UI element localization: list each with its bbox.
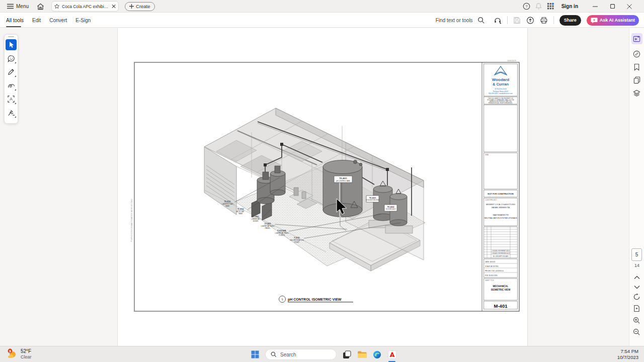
weather-icon: 9 (6, 348, 18, 360)
svg-text:TK-4202: TK-4202 (387, 206, 394, 208)
svg-text:RECIRCULATION: RECIRCULATION (290, 239, 304, 241)
task-view-button[interactable] (342, 350, 352, 359)
menu-label: Menu (16, 4, 29, 9)
clock-date: 10/7/2023 (617, 354, 638, 360)
taskbar-search-label: Search (280, 352, 296, 357)
svg-text:TK-4101: TK-4101 (224, 201, 230, 203)
taskbar-search[interactable]: Search (265, 349, 337, 360)
svg-text:TANK: TANK (225, 205, 230, 207)
fit-page-button[interactable] (631, 303, 642, 314)
home-icon (37, 3, 44, 10)
minimize-button[interactable] (587, 0, 604, 13)
file-explorer-button[interactable] (357, 350, 367, 359)
svg-text:MECHANICAL: MECHANICAL (493, 285, 509, 288)
svg-text:CAUSTIC DAY: CAUSTIC DAY (222, 203, 233, 205)
svg-text:1 ISSUED FOR REVIEW 06/23: 1 ISSUED FOR REVIEW 06/23 (492, 252, 510, 254)
search-icon[interactable] (477, 17, 485, 24)
svg-text:PUMP: PUMP (294, 241, 300, 243)
ai-assistant-panel-button[interactable] (631, 33, 642, 44)
svg-text:pH CONTROL TANK: pH CONTROL TANK (336, 180, 350, 182)
svg-text:41 Hutchins Drive: 41 Hutchins Drive (495, 88, 507, 90)
svg-text:MIDWEST COCA-COLA BOTTLING: MIDWEST COCA-COLA BOTTLING (486, 204, 515, 206)
taskbar-clock[interactable]: 7:54 PM 10/7/2023 (617, 348, 638, 360)
weather-widget[interactable]: 9 52°F Clear (6, 348, 32, 360)
share-button[interactable]: Share (559, 15, 581, 26)
document-area: 10/6/2023 P:\MN\0232358.00\WASTEWATER\CA… (0, 28, 644, 346)
tab-convert[interactable]: Convert (49, 18, 67, 23)
sign-tool[interactable] (6, 107, 17, 118)
svg-text:2 ISSUED FOR PERMIT 08/23: 2 ISSUED FOR PERMIT 08/23 (492, 250, 510, 252)
home-button[interactable] (37, 3, 44, 10)
svg-text:PROJECT NO: 0232358.00: PROJECT NO: 0232358.00 (485, 270, 504, 272)
page-number-input[interactable]: 5 (631, 248, 642, 261)
svg-text:P-4101A/B: P-4101A/B (278, 230, 286, 232)
edit-pencil-tool[interactable] (6, 66, 17, 77)
toolbar: All tools Edit Convert E-Sign Find text … (0, 13, 644, 28)
create-button[interactable]: Create (125, 2, 155, 11)
tab-close-icon[interactable] (112, 4, 116, 9)
comment-tool[interactable] (6, 53, 17, 64)
select-tool[interactable] (6, 39, 17, 50)
zoom-out-button[interactable] (631, 326, 642, 337)
star-icon (54, 4, 59, 9)
svg-text:?: ? (525, 4, 528, 9)
svg-text:NOT FOR CONSTRUCTION: NOT FOR CONSTRUCTION (488, 193, 513, 195)
close-button[interactable] (621, 0, 638, 13)
svg-text:P-4102: P-4102 (294, 237, 300, 239)
save-icon[interactable] (513, 17, 521, 24)
drawing-canvas: 10/6/2023 P:\MN\0232358.00\WASTEWATER\CA… (0, 28, 644, 346)
active-tab-underline (6, 26, 21, 28)
sign-in-button[interactable]: Sign in (561, 4, 578, 9)
svg-text:PANEL: PANEL (265, 227, 271, 229)
print-icon[interactable] (540, 17, 548, 24)
start-button[interactable] (250, 350, 260, 359)
maximize-button[interactable] (604, 0, 621, 13)
tab-all-tools[interactable]: All tools (6, 18, 24, 23)
svg-text:CHEMICAL FEED: CHEMICAL FEED (275, 232, 289, 234)
svg-text:PUMPS: PUMPS (279, 234, 285, 236)
edge-browser-button[interactable] (372, 350, 382, 359)
svg-text:P:\MN\0232358.00\WASTEWATER\CA: P:\MN\0232358.00\WASTEWATER\CAD\M-401.DW… (131, 199, 133, 242)
right-panel: 5 14 (629, 28, 644, 346)
drawing-caption: pH CONTROL ISOMETRIC VIEW (288, 298, 342, 302)
document-tab[interactable]: Coca Cola APC exhibits... (51, 1, 119, 12)
notifications-icon[interactable] (535, 3, 542, 10)
rotate-page-button[interactable] (631, 291, 642, 302)
page-current: 5 (635, 252, 638, 257)
svg-text:TK-4001: TK-4001 (339, 177, 347, 179)
text-select-tool[interactable]: A (6, 94, 17, 105)
svg-text:NEUTRALIZATION SYSTEM UPGRADE: NEUTRALIZATION SYSTEM UPGRADE (484, 217, 517, 219)
svg-text:TANK: TANK (238, 213, 244, 215)
page-total: 14 (629, 263, 644, 268)
tab-edit[interactable]: Edit (32, 18, 41, 23)
pages-panel-button[interactable] (631, 74, 642, 85)
share-file-icon[interactable] (526, 17, 534, 24)
svg-text:SHEET TITLE: SHEET TITLE (485, 280, 494, 282)
titlebar: Menu Coca Cola APC exhibits... Create ? … (0, 0, 644, 13)
svg-text:ACID DAY: ACID DAY (236, 211, 245, 213)
ask-ai-assistant-button[interactable]: Ask AI Assistant (587, 15, 639, 26)
bookmarks-panel-button[interactable] (631, 61, 642, 72)
svg-text:800.426.4262 | woodardcurran.c: 800.426.4262 | woodardcurran.com (489, 93, 513, 95)
tab-esign[interactable]: E-Sign (75, 18, 91, 23)
comments-panel-button[interactable] (631, 48, 642, 59)
draw-tool[interactable] (6, 80, 17, 91)
tab-title: Coca Cola APC exhibits... (62, 4, 109, 9)
acrobat-taskbar-button[interactable] (387, 350, 397, 359)
apps-grid-icon[interactable] (547, 3, 554, 10)
menu-button[interactable]: Menu (0, 4, 33, 9)
toolbar-handle[interactable] (8, 36, 14, 37)
svg-text:TK-4102: TK-4102 (237, 208, 244, 210)
help-icon[interactable]: ? (523, 3, 530, 10)
find-label[interactable]: Find text or tools (436, 18, 473, 23)
hamburger-icon (7, 4, 14, 9)
zoom-in-button[interactable] (631, 315, 642, 326)
taskbar-search-icon (271, 351, 277, 357)
svg-text:CLIENT/PROJECT: CLIENT/PROJECT (485, 199, 497, 201)
svg-text:& Curran: & Curran (493, 82, 509, 86)
svg-text:CHEMICAL: CHEMICAL (251, 218, 260, 220)
svg-text:MX-4001: MX-4001 (252, 216, 259, 218)
layers-panel-button[interactable] (631, 87, 642, 99)
read-aloud-icon[interactable] (494, 17, 502, 24)
svg-text:FILE: M-401.DWG: FILE: M-401.DWG (485, 275, 498, 277)
